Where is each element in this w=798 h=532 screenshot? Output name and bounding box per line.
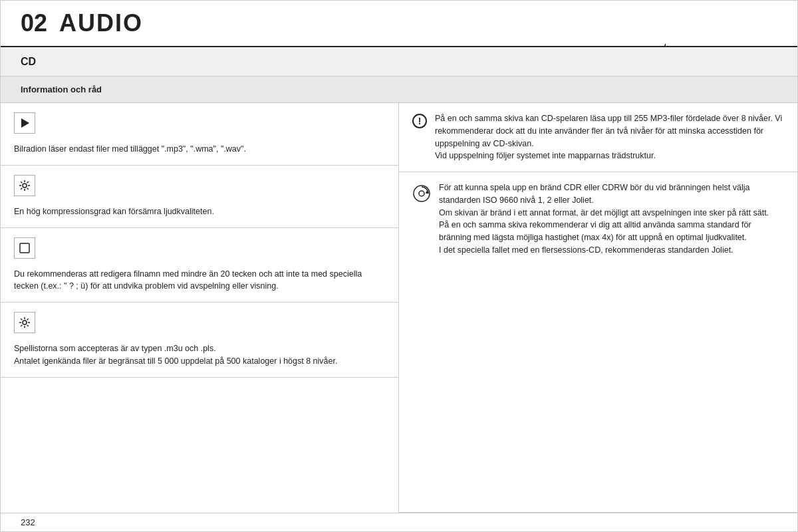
svg-point-1 [23,184,27,188]
star-icon-box [14,175,35,196]
svg-line-17 [27,325,29,327]
page-number: 232 [21,517,35,527]
header-shape [664,1,797,46]
square-icon-box [14,237,35,259]
play-icon [18,116,31,130]
right-column: ! På en och samma skiva kan CD-spelaren … [399,103,797,513]
right-block-2-text: För att kunna spela upp en bränd CDR ell… [439,182,784,257]
page: 02 AUDIO CD Information och råd Bilradio… [0,0,798,532]
star2-icon [18,316,31,329]
svg-line-19 [21,325,22,327]
info-block-4: Spellistorna som accepteras är av typen … [1,303,398,378]
right-block-1: ! På en och samma skiva kan CD-spelaren … [399,103,797,172]
footer: 232 [1,513,797,531]
header-title: AUDIO [59,9,143,37]
svg-line-7 [27,188,29,189]
square-icon [18,241,31,255]
svg-line-16 [21,319,22,320]
info-block-3: Du rekommenderas att redigera filnamn me… [1,228,398,303]
section-bar-shape [664,47,797,76]
header-number: 02 [21,9,47,37]
svg-line-8 [27,182,29,183]
info-block-2: En hög kompressionsgrad kan försämra lju… [1,166,398,228]
svg-point-11 [23,321,27,325]
exclamation-icon: ! [412,114,427,128]
svg-line-9 [21,188,22,189]
star2-icon-box [14,312,35,333]
block-1-text: Bilradion läser endast filer med tillägg… [14,143,385,156]
section-bar: CD [1,47,797,76]
right-block-1-text: På en och samma skiva kan CD-spelaren lä… [435,112,784,162]
info-block-1: Bilradion läser endast filer med tillägg… [1,103,398,166]
section-title: CD [21,56,36,68]
cd-icon [412,184,431,203]
left-column: Bilradion läser endast filer med tillägg… [1,103,399,513]
right-block-2: För att kunna spela upp en bränd CDR ell… [399,172,797,513]
svg-point-21 [419,191,424,196]
svg-line-18 [27,319,29,320]
star-icon [18,179,31,192]
block-3-text: Du rekommenderas att redigera filnamn me… [14,268,385,293]
header: 02 AUDIO [1,1,797,47]
play-icon-box [14,112,35,134]
svg-rect-10 [20,243,29,253]
subsection-title: Information och råd [21,84,102,94]
content-area: Bilradion läser endast filer med tillägg… [1,103,797,513]
block-4-text: Spellistorna som accepteras är av typen … [14,342,385,368]
subsection-bar-shape [664,76,797,102]
svg-marker-0 [21,118,29,128]
subsection-bar: Information och råd [1,76,797,103]
block-2-text: En hög kompressionsgrad kan försämra lju… [14,205,385,218]
svg-line-6 [21,182,22,183]
